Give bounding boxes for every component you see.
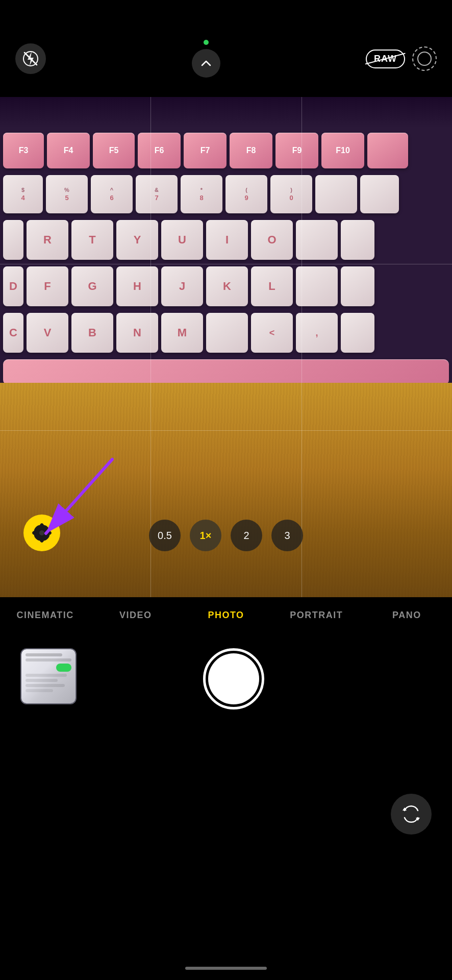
- zoom-3-button[interactable]: 3: [271, 520, 303, 551]
- home-indicator: [185, 967, 267, 970]
- mode-selector: CINEMATIC VIDEO PHOTO PORTRAIT PANO: [0, 597, 452, 633]
- top-center: [192, 40, 220, 78]
- flip-camera-icon: [400, 803, 422, 825]
- top-right-controls: RAW: [366, 46, 437, 71]
- mode-pano[interactable]: PANO: [362, 605, 452, 626]
- keyboard-preview: F3 F4 F5 F6 F7 F8 F9 F10 $4 %5 ^6 &7 *8: [0, 97, 452, 393]
- bottom-controls: [0, 633, 452, 980]
- live-button[interactable]: [412, 46, 437, 71]
- viewfinder-background: F3 F4 F5 F6 F7 F8 F9 F10 $4 %5 ^6 &7 *8: [0, 97, 452, 597]
- shutter-button[interactable]: [203, 648, 264, 709]
- thumbnail-content: [21, 649, 76, 703]
- mode-video[interactable]: VIDEO: [90, 605, 181, 626]
- chevron-up-button[interactable]: [192, 49, 220, 78]
- flash-icon: [22, 51, 39, 67]
- shutter-button-inner: [208, 653, 259, 704]
- mode-cinematic[interactable]: CINEMATIC: [0, 605, 90, 626]
- flash-toggle[interactable]: [15, 43, 46, 74]
- zoom-2-button[interactable]: 2: [231, 520, 262, 551]
- zoom-0-5-button[interactable]: 0.5: [149, 520, 181, 551]
- green-dot: [204, 40, 209, 45]
- viewfinder[interactable]: F3 F4 F5 F6 F7 F8 F9 F10 $4 %5 ^6 &7 *8: [0, 97, 452, 597]
- mode-portrait[interactable]: PORTRAIT: [271, 605, 362, 626]
- flip-camera-button[interactable]: [391, 794, 432, 835]
- top-bar: RAW: [0, 0, 452, 97]
- raw-button[interactable]: RAW: [366, 50, 405, 68]
- chevron-up-icon: [199, 56, 213, 70]
- thumbnail-toggle: [56, 664, 71, 672]
- zoom-controls: 0.5 1× 2 3: [0, 520, 452, 551]
- live-button-inner: [417, 52, 432, 66]
- mode-photo[interactable]: PHOTO: [181, 605, 271, 626]
- zoom-1x-button[interactable]: 1×: [190, 520, 221, 551]
- table-surface: [0, 383, 452, 597]
- last-photo-thumbnail[interactable]: [20, 648, 77, 704]
